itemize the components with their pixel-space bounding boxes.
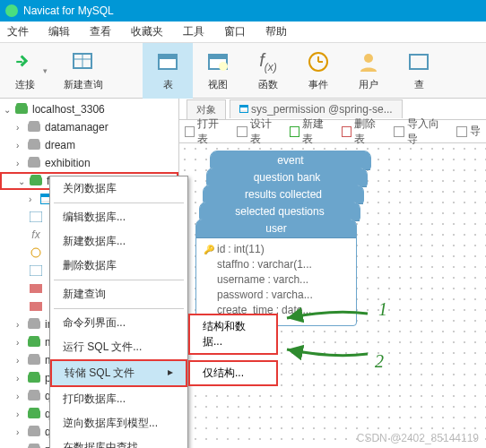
- annotation-arrow-icon: [278, 305, 386, 376]
- ctx-find[interactable]: 在数据库中查找: [50, 435, 187, 448]
- tree-db[interactable]: ›datamanager: [0, 118, 178, 136]
- import-wizard-button[interactable]: 导入向导: [394, 116, 447, 147]
- user-icon: [356, 49, 381, 74]
- menubar: 文件 编辑 查看 收藏夹 工具 窗口 帮助: [0, 22, 486, 43]
- svg-point-8: [219, 62, 228, 71]
- query-button[interactable]: 查: [394, 43, 444, 99]
- sub-toolbar: 打开表 设计表 新建表 删除表 导入向导 导: [179, 120, 486, 143]
- new-table-button[interactable]: 新建表: [290, 116, 333, 147]
- svg-rect-14: [30, 211, 42, 222]
- table-icon: [155, 49, 180, 74]
- table-button[interactable]: 表: [143, 43, 193, 99]
- tree-root[interactable]: ⌄ localhost_3306: [0, 100, 178, 118]
- window-title: Navicat for MySQL: [23, 4, 114, 17]
- dropdown-icon[interactable]: ▾: [39, 66, 51, 75]
- design-table-button[interactable]: 设计表: [237, 116, 280, 147]
- ctx-cmd[interactable]: 命令列界面...: [50, 311, 187, 335]
- plug-icon: [13, 49, 38, 74]
- ctx-dump-sql[interactable]: 转储 SQL 文件▸: [50, 359, 187, 387]
- ctx-reverse[interactable]: 逆向数据库到模型...: [50, 411, 187, 435]
- ctx-close-db[interactable]: 关闭数据库: [50, 177, 187, 201]
- toolbar: 连接 ▾ 新建查询 表 视图 f(x) 函数 事件 用户 查: [0, 43, 486, 99]
- newquery-button[interactable]: 新建查询: [51, 43, 116, 99]
- svg-point-12: [364, 54, 373, 63]
- svg-rect-18: [30, 302, 42, 311]
- ctx-new-db[interactable]: 新建数据库...: [50, 229, 187, 254]
- key-icon: 🔑: [204, 242, 214, 257]
- fx-icon: f(x): [256, 49, 281, 74]
- svg-rect-16: [30, 265, 42, 276]
- ctx-delete-db[interactable]: 删除数据库: [50, 254, 187, 278]
- connect-button[interactable]: 连接: [0, 43, 39, 99]
- ctx-run-sql[interactable]: 运行 SQL 文件...: [50, 335, 187, 359]
- submenu-structure-data[interactable]: 结构和数据...: [188, 314, 278, 355]
- view-button[interactable]: 视图: [193, 43, 243, 99]
- menu-edit[interactable]: 编辑: [48, 24, 70, 39]
- ctx-print[interactable]: 打印数据库...: [50, 387, 187, 411]
- submenu-structure-only[interactable]: 仅结构...: [188, 360, 278, 386]
- chevron-right-icon: ▸: [168, 366, 173, 381]
- submenu: 结构和数据... 仅结构...: [188, 314, 278, 392]
- export-button[interactable]: 导: [456, 124, 481, 139]
- view-icon: [205, 49, 230, 74]
- annotation-2: 2: [375, 351, 384, 372]
- app-logo-icon: [5, 4, 18, 17]
- context-menu: 关闭数据库 编辑数据库... 新建数据库... 删除数据库 新建查询 命令列界面…: [49, 176, 188, 448]
- menu-fav[interactable]: 收藏夹: [131, 24, 163, 39]
- tree-db[interactable]: ›exhibition: [0, 154, 178, 172]
- diagram-area[interactable]: event question bank results collected se…: [179, 143, 486, 448]
- svg-rect-13: [410, 55, 428, 69]
- event-button[interactable]: 事件: [293, 43, 343, 99]
- grid-icon: [406, 49, 431, 74]
- svg-point-15: [31, 248, 40, 257]
- open-table-button[interactable]: 打开表: [185, 116, 228, 147]
- menu-view[interactable]: 查看: [90, 24, 111, 39]
- ctx-edit-db[interactable]: 编辑数据库...: [50, 205, 187, 229]
- titlebar: Navicat for MySQL: [0, 0, 486, 22]
- svg-rect-7: [209, 55, 227, 59]
- ctx-new-query[interactable]: 新建查询: [50, 282, 187, 306]
- content-area: 对象 sys_permission @spring-se... 打开表 设计表 …: [179, 99, 486, 448]
- watermark: CSDN @2402_85144119: [357, 432, 479, 444]
- menu-tools[interactable]: 工具: [183, 24, 204, 39]
- svg-rect-5: [159, 55, 177, 59]
- menu-window[interactable]: 窗口: [224, 24, 246, 39]
- card-header[interactable]: user: [196, 220, 356, 238]
- tree-db[interactable]: ›dream: [0, 136, 178, 154]
- menu-help[interactable]: 帮助: [265, 24, 287, 39]
- clock-icon: [306, 49, 331, 74]
- grid-plus-icon: [71, 49, 96, 74]
- svg-rect-0: [16, 61, 22, 63]
- function-button[interactable]: f(x) 函数: [243, 43, 293, 99]
- annotation-1: 1: [378, 299, 387, 320]
- svg-rect-17: [30, 284, 42, 293]
- delete-table-button[interactable]: 删除表: [342, 116, 385, 147]
- user-button[interactable]: 用户: [343, 43, 394, 99]
- menu-file[interactable]: 文件: [7, 24, 29, 39]
